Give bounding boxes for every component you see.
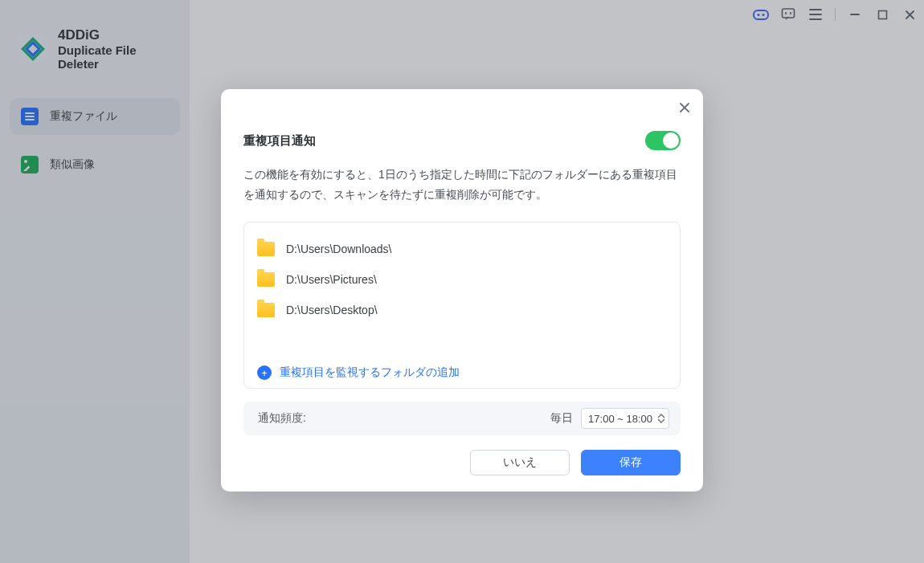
modal-header: 重複項目通知 <box>243 131 681 150</box>
save-button-label: 保存 <box>619 455 642 470</box>
folder-path: D:\Users\Pictures\ <box>286 273 377 286</box>
add-folder-label: 重複項目を監視するフォルダの追加 <box>280 365 460 380</box>
folder-row[interactable]: D:\Users\Desktop\ <box>257 295 667 325</box>
frequency-value-group: 毎日 17:00 ~ 18:00 <box>550 408 669 429</box>
folder-path: D:\Users\Desktop\ <box>286 304 378 316</box>
monitored-folders-box: D:\Users\Downloads\ D:\Users\Pictures\ D… <box>243 222 681 389</box>
modal-close-button[interactable] <box>676 99 693 116</box>
cancel-button-label: いいえ <box>503 455 537 470</box>
folder-path: D:\Users\Downloads\ <box>286 243 392 255</box>
plus-circle-icon: + <box>257 365 272 380</box>
frequency-prefix: 毎日 <box>550 411 573 426</box>
time-range-picker[interactable]: 17:00 ~ 18:00 <box>581 408 669 429</box>
notification-frequency-bar: 通知頻度: 毎日 17:00 ~ 18:00 <box>243 402 681 435</box>
folder-row[interactable]: D:\Users\Downloads\ <box>257 234 667 264</box>
save-button[interactable]: 保存 <box>581 450 681 475</box>
folder-row[interactable]: D:\Users\Pictures\ <box>257 264 667 295</box>
notification-toggle[interactable] <box>645 131 681 150</box>
duplicate-notification-modal: 重複項目通知 この機能を有効にすると、1日のうち指定した時間に下記のフォルダーに… <box>221 89 703 492</box>
folder-icon <box>257 272 275 287</box>
add-monitor-folder-button[interactable]: + 重複項目を監視するフォルダの追加 <box>257 359 667 380</box>
modal-title: 重複項目通知 <box>243 133 316 149</box>
spinner-icon <box>657 414 665 423</box>
frequency-label: 通知頻度: <box>258 411 306 426</box>
cancel-button[interactable]: いいえ <box>470 450 570 475</box>
modal-description: この機能を有効にすると、1日のうち指定した時間に下記のフォルダーにある重複項目を… <box>243 165 681 204</box>
folder-icon <box>257 242 275 256</box>
time-range-value: 17:00 ~ 18:00 <box>588 413 652 425</box>
folder-icon <box>257 303 275 317</box>
modal-button-row: いいえ 保存 <box>221 435 703 475</box>
app-root: 4DDiG Duplicate File Deleter 重複ファイル 類似画像 <box>0 0 924 563</box>
modal-body: 重複項目通知 この機能を有効にすると、1日のうち指定した時間に下記のフォルダーに… <box>221 89 703 435</box>
